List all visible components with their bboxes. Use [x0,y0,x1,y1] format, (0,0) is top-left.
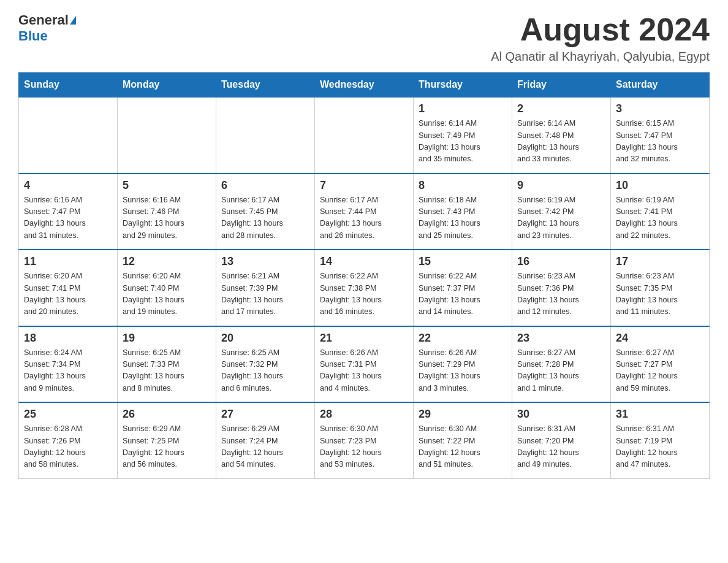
calendar-day-24: 24Sunrise: 6:27 AMSunset: 7:27 PMDayligh… [611,326,710,403]
day-number: 1 [419,102,507,115]
day-number: 17 [616,255,704,268]
day-info: Sunrise: 6:25 AMSunset: 7:32 PMDaylight:… [221,347,309,395]
day-number: 25 [24,408,112,421]
day-number: 19 [123,332,211,345]
day-info: Sunrise: 6:17 AMSunset: 7:45 PMDaylight:… [221,194,309,242]
day-number: 14 [320,255,408,268]
calendar-day-26: 26Sunrise: 6:29 AMSunset: 7:25 PMDayligh… [118,402,216,478]
day-number: 28 [320,408,408,421]
calendar-week-1: 1Sunrise: 6:14 AMSunset: 7:49 PMDaylight… [19,97,710,174]
calendar-day-23: 23Sunrise: 6:27 AMSunset: 7:28 PMDayligh… [512,326,611,403]
day-info: Sunrise: 6:22 AMSunset: 7:38 PMDaylight:… [320,270,408,318]
logo-blue: Blue [18,28,48,44]
day-info: Sunrise: 6:27 AMSunset: 7:28 PMDaylight:… [517,347,605,395]
calendar-day-10: 10Sunrise: 6:19 AMSunset: 7:41 PMDayligh… [611,174,710,250]
day-number: 5 [123,179,211,192]
day-info: Sunrise: 6:29 AMSunset: 7:25 PMDaylight:… [123,423,211,471]
day-info: Sunrise: 6:23 AMSunset: 7:36 PMDaylight:… [517,270,605,318]
day-number: 15 [419,255,507,268]
calendar-day-15: 15Sunrise: 6:22 AMSunset: 7:37 PMDayligh… [414,250,512,326]
calendar-day-8: 8Sunrise: 6:18 AMSunset: 7:43 PMDaylight… [414,174,512,250]
calendar-empty [315,97,414,174]
calendar-day-17: 17Sunrise: 6:23 AMSunset: 7:35 PMDayligh… [611,250,710,326]
calendar-day-3: 3Sunrise: 6:15 AMSunset: 7:47 PMDaylight… [611,97,710,174]
day-number: 2 [517,102,605,115]
day-info: Sunrise: 6:30 AMSunset: 7:22 PMDaylight:… [419,423,507,471]
logo: General Blue [18,12,76,45]
calendar-empty [118,97,216,174]
calendar-day-9: 9Sunrise: 6:19 AMSunset: 7:42 PMDaylight… [512,174,611,250]
calendar-title: August 2024 [491,12,710,47]
day-number: 26 [123,408,211,421]
column-header-monday: Monday [118,73,216,98]
day-number: 20 [221,332,309,345]
column-header-friday: Friday [512,73,611,98]
day-info: Sunrise: 6:14 AMSunset: 7:49 PMDaylight:… [419,118,507,166]
calendar-subtitle: Al Qanatir al Khayriyah, Qalyubia, Egypt [491,50,710,64]
calendar-week-5: 25Sunrise: 6:28 AMSunset: 7:26 PMDayligh… [19,402,710,478]
calendar-day-25: 25Sunrise: 6:28 AMSunset: 7:26 PMDayligh… [19,402,118,478]
day-info: Sunrise: 6:20 AMSunset: 7:41 PMDaylight:… [24,270,112,318]
day-number: 21 [320,332,408,345]
day-number: 4 [24,179,112,192]
day-number: 30 [517,408,605,421]
day-info: Sunrise: 6:27 AMSunset: 7:27 PMDaylight:… [616,347,704,395]
title-section: August 2024 Al Qanatir al Khayriyah, Qal… [491,12,710,64]
calendar-day-16: 16Sunrise: 6:23 AMSunset: 7:36 PMDayligh… [512,250,611,326]
day-number: 13 [221,255,309,268]
calendar-day-12: 12Sunrise: 6:20 AMSunset: 7:40 PMDayligh… [118,250,216,326]
calendar-empty [19,97,118,174]
day-info: Sunrise: 6:29 AMSunset: 7:24 PMDaylight:… [221,423,309,471]
logo-general: General [18,12,69,28]
calendar-day-6: 6Sunrise: 6:17 AMSunset: 7:45 PMDaylight… [216,174,315,250]
day-info: Sunrise: 6:23 AMSunset: 7:35 PMDaylight:… [616,270,704,318]
calendar-week-4: 18Sunrise: 6:24 AMSunset: 7:34 PMDayligh… [19,326,710,403]
column-header-tuesday: Tuesday [216,73,315,98]
day-info: Sunrise: 6:24 AMSunset: 7:34 PMDaylight:… [24,347,112,395]
calendar-day-14: 14Sunrise: 6:22 AMSunset: 7:38 PMDayligh… [315,250,414,326]
day-number: 11 [24,255,112,268]
day-info: Sunrise: 6:26 AMSunset: 7:31 PMDaylight:… [320,347,408,395]
day-number: 23 [517,332,605,345]
logo-triangle-icon [70,16,76,25]
day-info: Sunrise: 6:26 AMSunset: 7:29 PMDaylight:… [419,347,507,395]
calendar-day-20: 20Sunrise: 6:25 AMSunset: 7:32 PMDayligh… [216,326,315,403]
day-info: Sunrise: 6:21 AMSunset: 7:39 PMDaylight:… [221,270,309,318]
day-number: 29 [419,408,507,421]
calendar-day-4: 4Sunrise: 6:16 AMSunset: 7:47 PMDaylight… [19,174,118,250]
day-number: 31 [616,408,704,421]
day-info: Sunrise: 6:15 AMSunset: 7:47 PMDaylight:… [616,118,704,166]
calendar-day-1: 1Sunrise: 6:14 AMSunset: 7:49 PMDaylight… [414,97,512,174]
calendar-table: SundayMondayTuesdayWednesdayThursdayFrid… [18,72,710,479]
calendar-day-5: 5Sunrise: 6:16 AMSunset: 7:46 PMDaylight… [118,174,216,250]
calendar-day-21: 21Sunrise: 6:26 AMSunset: 7:31 PMDayligh… [315,326,414,403]
day-info: Sunrise: 6:16 AMSunset: 7:46 PMDaylight:… [123,194,211,242]
day-info: Sunrise: 6:30 AMSunset: 7:23 PMDaylight:… [320,423,408,471]
calendar-day-2: 2Sunrise: 6:14 AMSunset: 7:48 PMDaylight… [512,97,611,174]
calendar-day-30: 30Sunrise: 6:31 AMSunset: 7:20 PMDayligh… [512,402,611,478]
day-number: 10 [616,179,704,192]
day-info: Sunrise: 6:31 AMSunset: 7:19 PMDaylight:… [616,423,704,471]
day-info: Sunrise: 6:31 AMSunset: 7:20 PMDaylight:… [517,423,605,471]
day-number: 7 [320,179,408,192]
calendar-day-18: 18Sunrise: 6:24 AMSunset: 7:34 PMDayligh… [19,326,118,403]
calendar-week-2: 4Sunrise: 6:16 AMSunset: 7:47 PMDaylight… [19,174,710,250]
calendar-day-22: 22Sunrise: 6:26 AMSunset: 7:29 PMDayligh… [414,326,512,403]
calendar-day-19: 19Sunrise: 6:25 AMSunset: 7:33 PMDayligh… [118,326,216,403]
column-header-wednesday: Wednesday [315,73,414,98]
day-number: 16 [517,255,605,268]
day-info: Sunrise: 6:19 AMSunset: 7:41 PMDaylight:… [616,194,704,242]
day-number: 22 [419,332,507,345]
calendar-day-29: 29Sunrise: 6:30 AMSunset: 7:22 PMDayligh… [414,402,512,478]
calendar-day-13: 13Sunrise: 6:21 AMSunset: 7:39 PMDayligh… [216,250,315,326]
column-header-thursday: Thursday [414,73,512,98]
calendar-header-row: SundayMondayTuesdayWednesdayThursdayFrid… [19,73,710,98]
day-number: 3 [616,102,704,115]
day-number: 9 [517,179,605,192]
page-header: General Blue August 2024 Al Qanatir al K… [18,12,710,64]
day-info: Sunrise: 6:28 AMSunset: 7:26 PMDaylight:… [24,423,112,471]
day-info: Sunrise: 6:17 AMSunset: 7:44 PMDaylight:… [320,194,408,242]
day-info: Sunrise: 6:16 AMSunset: 7:47 PMDaylight:… [24,194,112,242]
day-number: 8 [419,179,507,192]
day-info: Sunrise: 6:19 AMSunset: 7:42 PMDaylight:… [517,194,605,242]
